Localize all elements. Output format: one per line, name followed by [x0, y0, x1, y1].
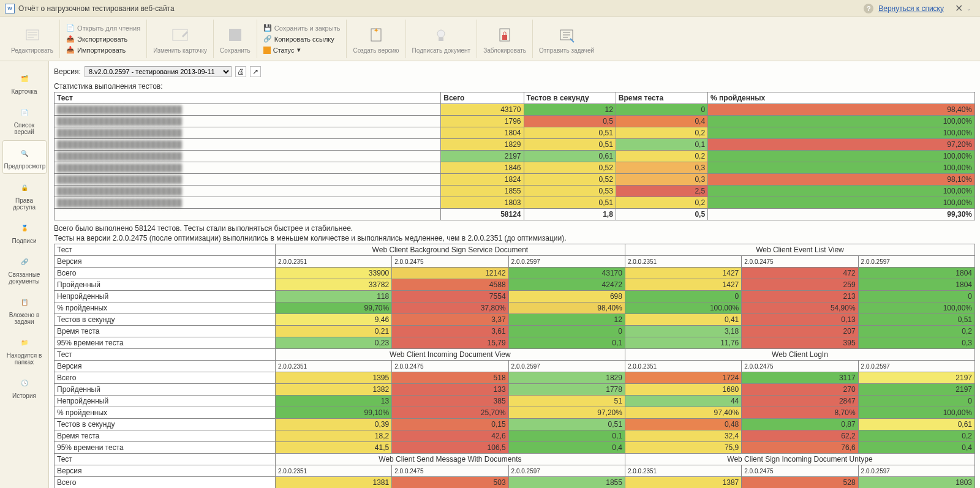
table-row: ████████████████████████18040,510,2100,0…: [55, 127, 975, 139]
save-close-button: 💾Сохранить и закрыть: [263, 24, 341, 32]
close-icon[interactable]: ✕: [951, 2, 967, 14]
edit-icon: [21, 24, 43, 46]
nav-preview[interactable]: 🔍Предпросмотр: [2, 140, 47, 174]
ribbon: Редактировать 📄Открыть для чтения 📤Экспо…: [0, 17, 980, 61]
table-row: Всего13955181829172431172197: [55, 372, 975, 384]
table-row: Время теста0,213,6103,182070,2: [55, 326, 975, 337]
table-row: ████████████████████████17960,50,4100,00…: [55, 116, 975, 127]
window-title: Отчёт о нагрузочном тестировании веб-сай…: [18, 4, 864, 13]
nav-history[interactable]: 🕓История: [2, 370, 47, 403]
table-row: 95% времени теста41,5106,50,475,976,60,4: [55, 442, 975, 454]
stats-col-header: Время теста: [616, 92, 707, 104]
table-row: Всего1381503185513875281803: [55, 477, 975, 489]
total-row: 581241,80,599,30%: [55, 209, 975, 220]
table-row: Пройденный3378245884247214272591804: [55, 279, 975, 291]
send-task-button[interactable]: Отправить задачей: [539, 47, 594, 54]
svg-rect-8: [502, 35, 507, 40]
version-bar: Версия: 8.v2.0.0.2597 - тестирования 201…: [54, 64, 975, 80]
save-button: Сохранить: [220, 47, 251, 54]
left-nav: 🗂️Карточка 📄Список версий 🔍Предпросмотр …: [0, 61, 49, 488]
print-icon[interactable]: 🖨: [235, 66, 246, 77]
copy-link-button[interactable]: 🔗Копировать ссылку: [263, 35, 334, 43]
create-version-icon[interactable]: ✦: [365, 24, 387, 46]
nav-in-folders[interactable]: 📁Находится в папках: [2, 330, 47, 369]
edit-button: Редактировать: [11, 47, 53, 54]
send-task-icon[interactable]: [556, 24, 578, 46]
svg-point-5: [437, 30, 445, 37]
stats-col-header: Тест: [55, 92, 441, 104]
stats-table: ТестВсегоТестов в секундуВремя теста% пр…: [54, 92, 975, 220]
table-row: Тестов в секунду0,390,150,510,480,870,61: [55, 419, 975, 430]
open-read-button: 📄Открыть для чтения: [66, 24, 140, 32]
svg-text:✦: ✦: [374, 27, 379, 34]
table-row: ████████████████████████18550,532,5100,0…: [55, 186, 975, 197]
table-row: ████████████████████████18030,510,2100,0…: [55, 197, 975, 209]
back-to-list-link[interactable]: Вернуться к списку: [878, 4, 944, 13]
stats-col-header: % пройденных: [708, 92, 975, 104]
lock-button[interactable]: Заблокировать: [483, 47, 526, 54]
table-row: Всего33900121424317014274721804: [55, 268, 975, 279]
stats-col-header: Всего: [441, 92, 524, 104]
word-doc-icon: W: [5, 4, 15, 13]
help-icon[interactable]: ?: [864, 4, 873, 13]
version-select[interactable]: 8.v2.0.0.2597 - тестирования 2013-09-11: [85, 66, 232, 77]
content-area: Версия: 8.v2.0.0.2597 - тестирования 201…: [49, 61, 980, 488]
table-row: ████████████████████████21970,610,2100,0…: [55, 151, 975, 162]
open-external-icon[interactable]: ↗: [250, 66, 261, 77]
note-2: Тесты на версии 2.0.0.2475 (после оптими…: [54, 234, 975, 242]
nav-related[interactable]: 🔗Связанные документы: [2, 249, 47, 288]
nav-versions[interactable]: 📄Список версий: [2, 100, 47, 139]
sign-doc-button: Подписать документ: [412, 47, 471, 54]
svg-rect-2: [229, 29, 241, 41]
collapse-ribbon-icon[interactable]: ⌄: [967, 6, 971, 12]
table-row: Пройденный1382133177816802702197: [55, 384, 975, 396]
edit-card-button: Изменить карточку: [153, 47, 207, 54]
table-row: ████████████████████████4317012098,40%: [55, 104, 975, 116]
table-row: ████████████████████████18240,520,398,10…: [55, 174, 975, 186]
sign-doc-icon: [430, 24, 452, 46]
table-row: % пройденных99,10%25,70%97,20%97,40%8,70…: [55, 407, 975, 419]
nav-access[interactable]: 🔒Права доступа: [2, 175, 47, 214]
table-row: ████████████████████████18460,520,3100,0…: [55, 162, 975, 174]
status-button[interactable]: Статус ▾: [263, 46, 301, 54]
nav-in-tasks[interactable]: 📋Вложено в задачи: [2, 290, 47, 329]
note-1: Всего было выполнено 58124 тестов. Тесты…: [54, 224, 975, 233]
table-row: Непройденный118755469802130: [55, 291, 975, 302]
stats-col-header: Тестов в секунду: [524, 92, 616, 104]
table-row: ████████████████████████18290,510,197,20…: [55, 139, 975, 151]
table-row: Время теста18,242,60,132,462,20,2: [55, 430, 975, 442]
export-button[interactable]: 📤Экспортировать: [66, 35, 127, 43]
create-version-button[interactable]: Создать версию: [353, 47, 399, 54]
lock-icon[interactable]: [494, 24, 516, 46]
svg-rect-6: [439, 37, 443, 41]
comparison-table: ТестWeb Client Background Sign Service D…: [54, 244, 975, 488]
table-row: % пройденных99,70%37,80%98,40%100,00%54,…: [55, 302, 975, 314]
table-row: 95% времени теста0,2315,790,111,763950,3: [55, 337, 975, 349]
titlebar: W Отчёт о нагрузочном тестировании веб-с…: [0, 0, 980, 17]
table-row: Тестов в секунду9,463,37120,410,130,51: [55, 314, 975, 326]
version-label: Версия:: [54, 67, 81, 76]
save-icon: [224, 24, 246, 46]
edit-card-icon: [169, 24, 191, 46]
stats-title: Статистика выполнения тестов:: [54, 82, 975, 91]
nav-signatures[interactable]: 🏅Подписи: [2, 216, 47, 248]
nav-card[interactable]: 🗂️Карточка: [2, 66, 47, 99]
import-button[interactable]: 📥Импортировать: [66, 46, 126, 54]
table-row: Непройденный13385514428470: [55, 396, 975, 407]
